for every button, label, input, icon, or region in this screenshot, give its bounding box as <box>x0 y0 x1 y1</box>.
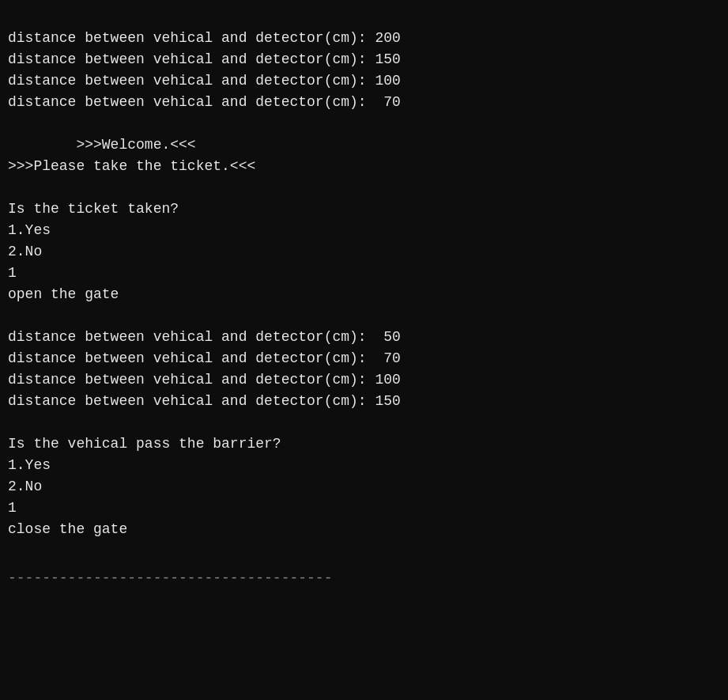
terminal-line-line12: distance between vehical and detector(cm… <box>8 327 720 348</box>
terminal-line-empty5 <box>8 540 720 562</box>
terminal-line-line11: open the gate <box>8 284 720 305</box>
terminal-line-empty3 <box>8 305 720 327</box>
terminal-line-empty1 <box>8 113 720 134</box>
terminal-line-line19: 1 <box>8 498 720 519</box>
terminal-line-line10: 1 <box>8 263 720 284</box>
terminal-line-line20: close the gate <box>8 519 720 540</box>
terminal-line-line14: distance between vehical and detector(cm… <box>8 369 720 391</box>
terminal-line-line16: Is the vehical pass the barrier? <box>8 433 720 455</box>
terminal-line-line7: Is the ticket taken? <box>8 199 720 220</box>
terminal-line-line9: 2.No <box>8 241 720 263</box>
terminal-line-line15: distance between vehical and detector(cm… <box>8 391 720 412</box>
terminal-line-line17: 1.Yes <box>8 455 720 476</box>
terminal-line-line2: distance between vehical and detector(cm… <box>8 49 720 70</box>
terminal-line-line13: distance between vehical and detector(cm… <box>8 348 720 369</box>
terminal-line-empty2 <box>8 177 720 199</box>
terminal-line-line6: >>>Please take the ticket.<<< <box>8 156 720 177</box>
terminal-line-line1: distance between vehical and detector(cm… <box>8 28 720 49</box>
terminal-line-line8: 1.Yes <box>8 220 720 241</box>
terminal-line-line5: >>>Welcome.<<< <box>8 134 720 156</box>
terminal-line-line18: 2.No <box>8 476 720 498</box>
terminal-output: distance between vehical and detector(cm… <box>8 6 720 589</box>
terminal-line-divider: -------------------------------------- <box>8 568 720 589</box>
terminal-line-empty4 <box>8 412 720 433</box>
terminal-line-line3: distance between vehical and detector(cm… <box>8 70 720 92</box>
terminal-line-line4: distance between vehical and detector(cm… <box>8 92 720 113</box>
